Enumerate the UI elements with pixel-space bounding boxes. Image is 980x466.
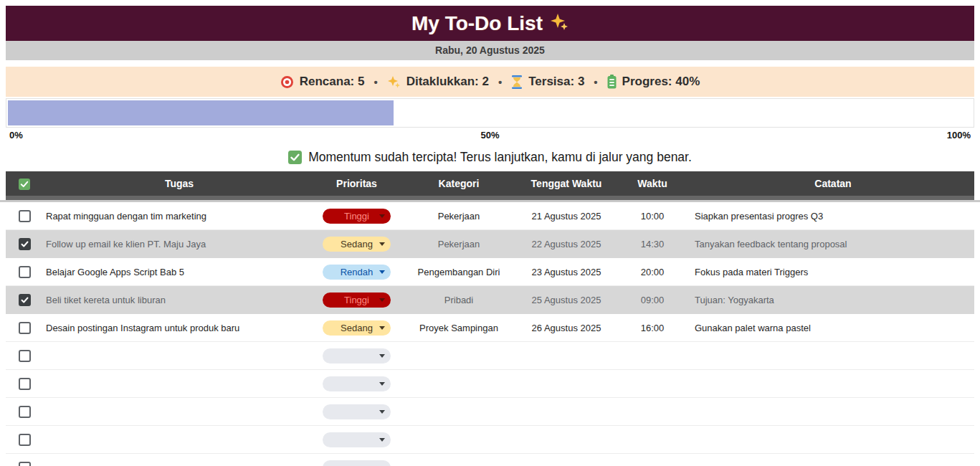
- checkmark-icon: [21, 240, 29, 248]
- note-label: Siapkan presentasi progres Q3: [695, 211, 823, 222]
- row-checkbox[interactable]: [19, 322, 31, 334]
- sparkles-icon: [550, 13, 569, 34]
- table-row: Beli tiket kereta untuk liburan Tinggi P…: [6, 286, 974, 314]
- row-checkbox[interactable]: [19, 406, 31, 418]
- category-label: Pekerjaan: [438, 211, 480, 222]
- checkmark-icon: [21, 296, 29, 304]
- stat-planned-label: Rencana: 5: [300, 75, 365, 89]
- axis-label-100: 100%: [650, 130, 971, 143]
- row-checkbox[interactable]: [19, 210, 31, 222]
- column-header-kategori: Kategori: [398, 178, 520, 189]
- app-title-bar: My To-Do List: [6, 6, 974, 41]
- category-label: Pengembangan Diri: [418, 267, 500, 277]
- stat-separator: •: [374, 76, 377, 88]
- time-label: 14:30: [641, 239, 665, 249]
- progress-bar-track: [6, 98, 974, 128]
- time-label: 10:00: [641, 211, 665, 222]
- note-label: Gunakan palet warna pastel: [695, 323, 811, 333]
- dropdown-arrow-icon: [379, 438, 385, 442]
- table-row: Belajar Google Apps Script Bab 5 Rendah …: [6, 258, 974, 286]
- row-checkbox[interactable]: [19, 462, 31, 466]
- checkbox-cell: [6, 434, 43, 446]
- time-label: 09:00: [641, 295, 665, 305]
- due-date-label: 26 Agustus 2025: [532, 323, 601, 333]
- axis-label-50: 50%: [330, 130, 650, 143]
- category-label: Proyek Sampingan: [419, 323, 498, 333]
- table-row: Desain postingan Instagram untuk produk …: [6, 314, 974, 342]
- priority-dropdown[interactable]: [323, 460, 391, 466]
- priority-dropdown[interactable]: [323, 432, 391, 447]
- priority-dropdown[interactable]: Rendah: [323, 265, 391, 280]
- column-header-catatan: Catatan: [692, 178, 974, 189]
- todo-table: Tugas Prioritas Kategori Tenggat Waktu W…: [6, 171, 974, 466]
- dropdown-arrow-icon: [379, 214, 385, 218]
- due-date-label: 23 Agustus 2025: [532, 267, 601, 277]
- task-label: Desain postingan Instagram untuk produk …: [46, 323, 239, 333]
- checkbox-cell: [6, 378, 43, 390]
- checkbox-cell: [6, 406, 43, 418]
- todo-app-page: My To-Do List Rabu, 20 Agustus 2025: [0, 0, 980, 466]
- priority-label: Tinggi: [344, 211, 369, 222]
- row-checkbox[interactable]: [19, 266, 31, 278]
- progress-bar-fill: [8, 100, 394, 125]
- category-label: Pekerjaan: [438, 239, 480, 249]
- motivation-text: Momentum sudah tercipta! Terus lanjutkan…: [308, 150, 692, 165]
- stat-planned: Rencana: 5: [280, 75, 365, 89]
- dropdown-arrow-icon: [379, 410, 385, 414]
- row-checkbox[interactable]: [19, 238, 31, 250]
- checkbox-cell: [6, 350, 43, 362]
- stat-progress: Progres: 40%: [607, 75, 700, 89]
- green-check-icon: [19, 179, 30, 190]
- table-row: Follow up email ke klien PT. Maju Jaya S…: [6, 230, 974, 258]
- motivation-message: Momentum sudah tercipta! Terus lanjutkan…: [6, 148, 974, 167]
- due-date-label: 25 Agustus 2025: [532, 295, 601, 305]
- priority-dropdown[interactable]: Sedang: [323, 320, 391, 336]
- priority-label: Sedang: [341, 239, 373, 249]
- battery-icon: [607, 75, 617, 89]
- row-checkbox[interactable]: [19, 378, 31, 390]
- column-header-waktu: Waktu: [613, 178, 692, 189]
- task-label: Beli tiket kereta untuk liburan: [46, 295, 166, 305]
- hourglass-icon: [511, 75, 523, 89]
- time-label: 16:00: [641, 323, 665, 333]
- table-header-row: Tugas Prioritas Kategori Tenggat Waktu W…: [6, 171, 974, 196]
- stat-conquered-label: Ditaklukkan: 2: [406, 75, 489, 89]
- table-row: [6, 370, 974, 398]
- note-label: Fokus pada materi Triggers: [695, 267, 808, 277]
- priority-dropdown[interactable]: Sedang: [323, 237, 391, 252]
- priority-dropdown[interactable]: [323, 376, 391, 391]
- checkbox-cell: [6, 266, 43, 278]
- row-checkbox[interactable]: [19, 350, 31, 362]
- date-bar: Rabu, 20 Agustus 2025: [6, 41, 974, 60]
- stat-separator: •: [498, 76, 502, 88]
- priority-dropdown[interactable]: Tinggi: [323, 293, 391, 308]
- table-body: Rapat mingguan dengan tim marketing Ting…: [6, 202, 974, 466]
- stat-remaining-label: Tersisa: 3: [528, 75, 584, 89]
- priority-dropdown[interactable]: Tinggi: [323, 209, 391, 224]
- axis-label-0: 0%: [9, 130, 330, 143]
- dropdown-arrow-icon: [379, 298, 385, 302]
- stat-remaining: Tersisa: 3: [511, 75, 584, 89]
- progress-axis-labels: 0% 50% 100%: [6, 128, 974, 143]
- task-label: Belajar Google Apps Script Bab 5: [46, 267, 184, 277]
- dropdown-arrow-icon: [379, 270, 385, 274]
- row-checkbox[interactable]: [19, 294, 31, 306]
- category-label: Pribadi: [444, 295, 473, 305]
- column-header-tugas: Tugas: [43, 178, 315, 189]
- table-row: [6, 454, 974, 466]
- priority-dropdown[interactable]: [323, 404, 391, 419]
- due-date-label: 21 Agustus 2025: [532, 211, 601, 222]
- row-checkbox[interactable]: [19, 434, 31, 446]
- stats-bar: Rencana: 5 • Ditaklukkan: 2 •: [6, 67, 974, 97]
- page-title: My To-Do List: [411, 12, 543, 35]
- checkbox-cell: [6, 238, 43, 250]
- dropdown-arrow-icon: [379, 326, 385, 330]
- table-row: [6, 342, 974, 370]
- priority-dropdown[interactable]: [323, 348, 391, 363]
- checkbox-cell: [6, 322, 43, 334]
- checkbox-cell: [6, 210, 43, 222]
- due-date-label: 22 Agustus 2025: [532, 239, 601, 249]
- column-header-tenggat: Tenggat Waktu: [520, 178, 613, 189]
- sparkles-icon: [387, 75, 401, 89]
- priority-label: Tinggi: [344, 295, 369, 305]
